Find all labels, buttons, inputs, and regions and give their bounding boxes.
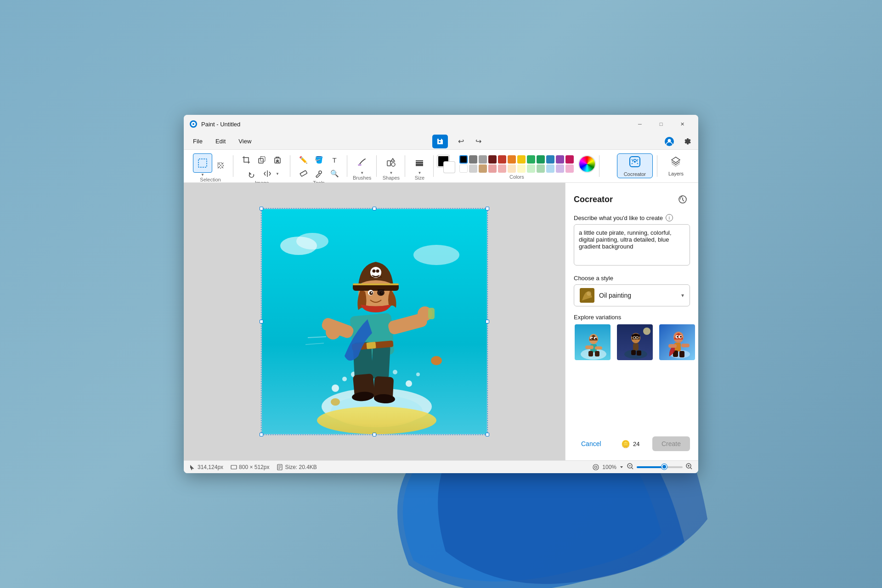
- color-swatch-black[interactable]: [459, 155, 468, 164]
- color-swatch[interactable]: [546, 164, 554, 173]
- flip-btn[interactable]: [260, 167, 275, 180]
- brushes-dropdown-arrow[interactable]: ▼: [360, 171, 364, 175]
- undo-button[interactable]: ↩: [453, 135, 469, 148]
- color-swatch[interactable]: [498, 164, 506, 173]
- minimize-button[interactable]: ─: [629, 117, 650, 131]
- color-swatch[interactable]: [537, 155, 545, 164]
- layers-tool-group: Layers: [657, 152, 695, 181]
- color-swatch[interactable]: [565, 164, 574, 173]
- size-dropdown-arrow[interactable]: ▼: [418, 171, 421, 175]
- paste-image-btn[interactable]: [270, 153, 285, 166]
- color-swatch[interactable]: [517, 155, 526, 164]
- style-dropdown[interactable]: Oil painting ▾: [574, 284, 690, 306]
- svg-point-105: [677, 336, 678, 338]
- redo-button[interactable]: ↪: [471, 135, 486, 148]
- pencil-btn[interactable]: ✏️: [296, 153, 311, 166]
- color-swatch[interactable]: [508, 155, 516, 164]
- color-swatch[interactable]: [479, 164, 487, 173]
- zoom-level: 100%: [602, 464, 616, 470]
- color-wheel-button[interactable]: [578, 155, 596, 173]
- layers-tool-button[interactable]: Layers: [662, 153, 690, 177]
- variation-2[interactable]: [616, 323, 654, 361]
- history-button[interactable]: [675, 192, 690, 207]
- magic-select-btn[interactable]: [213, 159, 228, 172]
- info-icon[interactable]: i: [666, 214, 673, 221]
- zoom-tool-btn[interactable]: 🔍: [327, 167, 342, 180]
- eraser-btn[interactable]: [296, 167, 311, 180]
- settings-button[interactable]: [679, 135, 695, 148]
- cocreator-tool-button[interactable]: Cocreator: [617, 153, 653, 178]
- svg-point-34: [317, 407, 436, 434]
- svg-rect-14: [387, 161, 390, 166]
- file-size-item: Size: 20.4KB: [277, 464, 317, 470]
- color-swatch-white[interactable]: [459, 164, 468, 173]
- create-button[interactable]: Create: [652, 436, 690, 451]
- size-btn[interactable]: [411, 153, 428, 171]
- color-swatch[interactable]: [488, 164, 497, 173]
- cocreator-footer: Cancel 🪙 24 Create: [574, 433, 690, 451]
- zoom-slider[interactable]: [637, 466, 683, 468]
- svg-point-110: [595, 466, 597, 468]
- close-button[interactable]: ✕: [672, 117, 693, 131]
- maximize-button[interactable]: □: [650, 117, 672, 131]
- text-btn[interactable]: T: [327, 153, 342, 166]
- svg-rect-48: [428, 308, 435, 319]
- cocreator-panel-title: Cocreator: [574, 195, 613, 204]
- account-button[interactable]: [662, 135, 677, 148]
- image-dropdown-arrow[interactable]: ▼: [276, 172, 279, 176]
- color-swatch[interactable]: [527, 155, 535, 164]
- brushes-tool[interactable]: ▼: [353, 153, 371, 175]
- svg-rect-101: [668, 344, 677, 348]
- crop-btn[interactable]: [239, 153, 254, 166]
- menu-file[interactable]: File: [187, 136, 208, 147]
- fill-btn[interactable]: 🪣: [311, 153, 326, 166]
- cancel-button[interactable]: Cancel: [574, 436, 609, 451]
- color-swatch[interactable]: [517, 164, 526, 173]
- variation-3[interactable]: [658, 323, 696, 361]
- brushes-btn[interactable]: [353, 153, 371, 171]
- svg-point-93: [633, 337, 635, 339]
- canvas-container[interactable]: [184, 183, 565, 460]
- color-swatch[interactable]: [565, 155, 574, 164]
- variation-1[interactable]: [574, 323, 611, 361]
- canvas-image[interactable]: [262, 209, 487, 434]
- menu-edit[interactable]: Edit: [210, 136, 231, 147]
- zoom-out-button[interactable]: [627, 463, 634, 471]
- color-swatch[interactable]: [488, 155, 497, 164]
- color-swatch[interactable]: [498, 155, 506, 164]
- view-toggle[interactable]: [592, 464, 599, 471]
- resize-btn[interactable]: [254, 153, 269, 166]
- menu-bar: File Edit View ↩ ↪: [184, 133, 698, 150]
- size-tool[interactable]: ▼: [411, 153, 428, 175]
- undo-btn[interactable]: [244, 167, 259, 180]
- selection-tool[interactable]: ▼: [193, 153, 212, 177]
- color-swatch[interactable]: [527, 164, 535, 173]
- shapes-btn[interactable]: [382, 153, 400, 171]
- zoom-slider-thumb[interactable]: [662, 464, 667, 469]
- selection-dropdown-arrow[interactable]: ▼: [201, 173, 204, 177]
- color-swatch[interactable]: [546, 155, 554, 164]
- color-pick-btn[interactable]: [311, 167, 326, 180]
- selection-rect-btn[interactable]: [193, 153, 212, 173]
- svg-rect-8: [260, 157, 265, 161]
- zoom-dropdown-arrow[interactable]: [619, 465, 624, 469]
- zoom-in-button[interactable]: [685, 463, 693, 471]
- toolbar: ▼ Selection: [184, 150, 698, 183]
- prompt-input[interactable]: [574, 224, 690, 266]
- color-swatch[interactable]: [469, 155, 477, 164]
- color-swatch[interactable]: [537, 164, 545, 173]
- selection-label: Selection: [193, 177, 228, 182]
- file-size-icon: [277, 464, 283, 470]
- color-swatch[interactable]: [479, 155, 487, 164]
- menu-view[interactable]: View: [233, 136, 257, 147]
- svg-point-52: [373, 270, 376, 273]
- color-swatch[interactable]: [508, 164, 516, 173]
- svg-point-12: [319, 171, 322, 174]
- color-swatch[interactable]: [556, 155, 564, 164]
- shapes-tool[interactable]: ▼: [382, 153, 400, 175]
- shapes-dropdown-arrow[interactable]: ▼: [389, 171, 393, 175]
- save-button[interactable]: [432, 135, 448, 148]
- color-swatch[interactable]: [556, 164, 564, 173]
- color-swatch[interactable]: [469, 164, 477, 173]
- background-color[interactable]: [444, 162, 455, 173]
